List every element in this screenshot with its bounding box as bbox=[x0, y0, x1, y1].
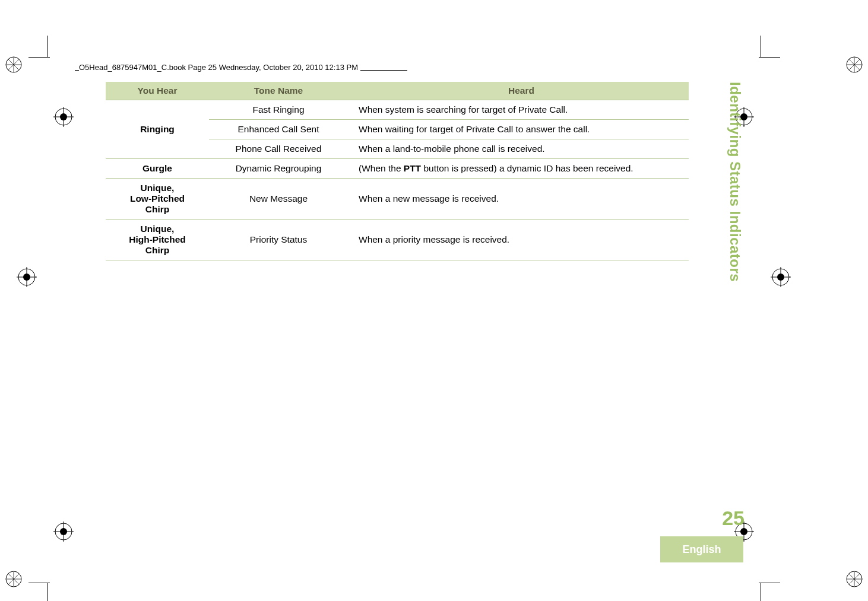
cell-heard: When system is searching for target of P… bbox=[348, 100, 689, 120]
cell-heard: When a new message is received. bbox=[348, 179, 689, 220]
table-header-row: You Hear Tone Name Heard bbox=[106, 82, 689, 100]
crop-line bbox=[28, 57, 50, 58]
heard-text-post: button is pressed) a dynamic ID has been… bbox=[421, 163, 633, 173]
crop-line bbox=[761, 583, 761, 601]
crop-line bbox=[28, 583, 50, 583]
reg-mark-icon bbox=[5, 56, 23, 74]
reg-mark-icon bbox=[5, 570, 23, 588]
page-number: 25 bbox=[722, 507, 745, 530]
cell-tone-name: Fast Ringing bbox=[209, 100, 348, 120]
cell-tone-name: New Message bbox=[209, 179, 348, 220]
reg-mark-icon bbox=[845, 570, 863, 588]
crop-line bbox=[759, 57, 780, 58]
table-row: Unique, Low-Pitched Chirp New Message Wh… bbox=[106, 179, 689, 220]
th-heard: Heard bbox=[348, 82, 689, 100]
cell-tone-name: Enhanced Call Sent bbox=[209, 120, 348, 139]
tone-table: You Hear Tone Name Heard Ringing Fast Ri… bbox=[106, 82, 689, 260]
crosshair-icon bbox=[53, 521, 74, 542]
cell-heard: When waiting for target of Private Call … bbox=[348, 120, 689, 139]
cell-heard: (When the PTT button is pressed) a dynam… bbox=[348, 159, 689, 179]
crosshair-icon bbox=[771, 267, 791, 287]
cell-heard: When a priority message is received. bbox=[348, 220, 689, 260]
table-row: Ringing Fast Ringing When system is sear… bbox=[106, 100, 689, 120]
table-row: Unique, High-Pitched Chirp Priority Stat… bbox=[106, 220, 689, 260]
header-note: O5Head_6875947M01_C.book Page 25 Wednesd… bbox=[79, 63, 360, 72]
language-box: English bbox=[660, 536, 743, 562]
th-you-hear: You Hear bbox=[106, 82, 209, 100]
cell-you-hear: Ringing bbox=[106, 100, 209, 159]
th-tone-name: Tone Name bbox=[209, 82, 348, 100]
heard-text-bold: PTT bbox=[404, 163, 421, 173]
reg-mark-icon bbox=[845, 56, 863, 74]
cell-tone-name: Priority Status bbox=[209, 220, 348, 260]
crosshair-icon bbox=[53, 107, 74, 127]
cell-you-hear: Unique, High-Pitched Chirp bbox=[106, 220, 209, 260]
cell-tone-name: Phone Call Received bbox=[209, 139, 348, 159]
crop-line bbox=[761, 36, 761, 57]
side-tab-title: Identifying Status Indicators bbox=[726, 82, 743, 282]
cell-tone-name: Dynamic Regrouping bbox=[209, 159, 348, 179]
cell-you-hear: Gurgle bbox=[106, 159, 209, 179]
crosshair-icon bbox=[17, 267, 37, 287]
heard-text-pre: (When the bbox=[359, 163, 404, 173]
cell-heard: When a land-to-mobile phone call is rece… bbox=[348, 139, 689, 159]
table-row: Gurgle Dynamic Regrouping (When the PTT … bbox=[106, 159, 689, 179]
crop-line bbox=[47, 36, 48, 57]
crop-line bbox=[47, 583, 48, 601]
crop-line bbox=[759, 583, 780, 583]
cell-you-hear: Unique, Low-Pitched Chirp bbox=[106, 179, 209, 220]
